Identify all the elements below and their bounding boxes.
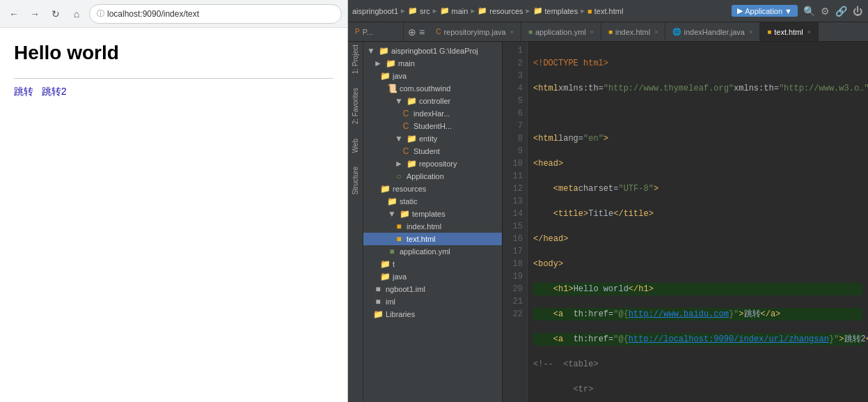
sep2: ► (432, 7, 439, 15)
line-num-10: 10 (507, 157, 523, 170)
tree-package[interactable]: 📜 com.southwind (363, 82, 502, 95)
tree-application-yml[interactable]: ■ application.yml (363, 245, 502, 258)
side-project-label[interactable]: 1: Project (352, 45, 359, 74)
refresh-button[interactable]: ↻ (47, 6, 64, 22)
breadcrumb-src[interactable]: 📁 src (408, 6, 430, 15)
ide-topbar: aispringboot1 ► 📁 src ► 📁 main ► 📁 resou… (348, 0, 868, 22)
breadcrumb-resources[interactable]: 📁 resources (478, 6, 523, 15)
arrow-entity: ▼ (394, 134, 404, 144)
tree-t[interactable]: 📁 t (363, 258, 502, 270)
link-jump1[interactable]: 跳转 (14, 86, 33, 97)
line-num-7: 7 (507, 120, 523, 132)
settings-icon[interactable]: ⚙ (819, 4, 831, 18)
tree-templates[interactable]: ▼ 📁 templates (363, 208, 502, 220)
run-button[interactable]: ▶ Application ▼ (732, 5, 798, 17)
code-editor[interactable]: 1 2 3 4 5 6 7 8 9 10 11 12 13 14 15 16 1 (503, 42, 868, 402)
tab-text-html-close[interactable]: × (807, 29, 811, 36)
code-line-14: <tr> (533, 383, 862, 396)
line-num-16: 16 (507, 233, 523, 245)
java-student-icon: C (401, 146, 411, 156)
code-line-11: <a th:href="@{http://www.baidu.com}">跳转<… (533, 308, 862, 320)
line-num-14: 14 (507, 208, 523, 220)
html-text-icon: ■ (394, 234, 404, 244)
tree-controller[interactable]: ▼ 📁 controller (363, 95, 502, 107)
power-icon[interactable]: ⏻ (851, 4, 864, 18)
code-line-10: <h1>Hello world</h1> (533, 283, 862, 295)
address-input[interactable] (107, 9, 334, 19)
tab-application-yml[interactable]: ■ application.yml × (521, 22, 601, 41)
breadcrumb-file[interactable]: ■ text.html (587, 7, 623, 15)
tab-repositoryimp[interactable]: C repositoryimp.java × (429, 22, 521, 41)
side-structure-label[interactable]: Structure (352, 167, 359, 195)
page-heading: Hello world (14, 42, 333, 64)
run-icon: ▶ (737, 6, 743, 15)
ide-body: 1: Project 2: Favorites Web Structure ▼ … (348, 42, 868, 402)
tree-index-html[interactable]: ■ index.html (363, 220, 502, 233)
forward-button[interactable]: → (26, 6, 43, 22)
line-num-15: 15 (507, 220, 523, 233)
share-icon[interactable]: 🔗 (834, 4, 849, 18)
tree-iml[interactable]: ■ ngboot1.iml (363, 283, 502, 295)
breadcrumb-main[interactable]: 📁 main (440, 6, 468, 15)
code-line-7: <title>Title</title> (533, 208, 862, 220)
tab-text-html-icon: ■ (767, 28, 771, 36)
tree-java[interactable]: 📁 java (363, 70, 502, 82)
folder-entity-icon: 📁 (407, 134, 416, 144)
project-tree: ▼ 📁 aispringboot1 G:\IdeaProj ► 📁 main 📁… (363, 42, 503, 402)
code-line-1: <!DOCTYPE html> (533, 57, 862, 70)
tree-entity[interactable]: ▼ 📁 entity (363, 132, 502, 145)
tree-static[interactable]: 📁 static (363, 195, 502, 208)
breadcrumb-templates[interactable]: 📁 templates (533, 6, 578, 15)
tab-indexhandler-close[interactable]: × (749, 29, 752, 36)
tree-package-label: com.southwind (400, 84, 499, 93)
ide-icons: 🔍 ⚙ 🔗 ⏻ (802, 4, 864, 18)
tab-index-html[interactable]: ■ index.html × (601, 22, 665, 41)
arrow-main: ► (373, 59, 383, 68)
line-num-13: 13 (507, 195, 523, 208)
link-jump2[interactable]: 跳转2 (42, 86, 67, 97)
tree-application-label: Application (407, 172, 499, 180)
browser-panel: ← → ↻ ⌂ ⓘ Hello world 跳转 跳转2 (0, 0, 348, 402)
code-content[interactable]: <!DOCTYPE html> <html xmlns:th="http://w… (528, 42, 868, 402)
code-line-13: <!-- <table> (533, 358, 862, 371)
side-favorites-label[interactable]: 2: Favorites (352, 88, 359, 124)
tab-project[interactable]: P P... (348, 22, 404, 41)
tab-text-html[interactable]: ■ text.html × (760, 22, 819, 41)
tab-repositoryimp-close[interactable]: × (510, 29, 514, 36)
tab-project-label: P... (363, 28, 373, 36)
home-button[interactable]: ⌂ (68, 6, 85, 22)
line-num-22: 22 (507, 308, 523, 320)
xml-iml2-icon: ■ (373, 297, 383, 307)
code-line-2: <html xmlns:th="http://www.thymeleaf.org… (533, 82, 862, 95)
back-button[interactable]: ← (6, 6, 22, 22)
tab-indexhandler[interactable]: 🌐 indexHandler.java × (665, 22, 760, 41)
tree-indexhandler[interactable]: C indexHar... (363, 107, 502, 120)
tree-studenth[interactable]: C StudentH... (363, 120, 502, 132)
side-web-label[interactable]: Web (352, 139, 359, 153)
tree-application[interactable]: ○ Application (363, 170, 502, 183)
tree-java2[interactable]: 📁 java (363, 270, 502, 283)
project-name[interactable]: aispringboot1 (352, 7, 398, 15)
tree-root[interactable]: ▼ 📁 aispringboot1 G:\IdeaProj (363, 45, 502, 57)
search-icon[interactable]: 🔍 (802, 4, 816, 18)
java-indexhandler-icon: C (401, 109, 411, 118)
code-line-8: </head> (533, 233, 862, 245)
tab-yml-close[interactable]: × (590, 29, 594, 36)
tree-iml2[interactable]: ■ iml (363, 295, 502, 308)
split-icon[interactable]: ≡ (419, 26, 425, 38)
code-line-6: <meta charset="UTF-8"> (533, 183, 862, 195)
tab-index-html-close[interactable]: × (654, 29, 658, 36)
tree-repository[interactable]: ► 📁 repoository (363, 157, 502, 170)
tree-java-label: java (393, 72, 499, 80)
tree-main[interactable]: ► 📁 main (363, 57, 502, 70)
ide-breadcrumb: aispringboot1 ► 📁 src ► 📁 main ► 📁 resou… (352, 6, 729, 15)
tab-yml-icon: ■ (528, 28, 532, 36)
tree-libraries[interactable]: 📁 Libraries (363, 308, 502, 320)
plus-icon[interactable]: ⊕ (408, 26, 416, 38)
side-labels: 1: Project 2: Favorites Web Structure (348, 42, 363, 402)
tree-student[interactable]: C Student (363, 145, 502, 157)
tree-text-html[interactable]: ■ text.html (363, 233, 502, 245)
tree-t-label: t (393, 260, 499, 268)
folder-icon-resources: 📁 (478, 6, 487, 15)
tree-resources[interactable]: 📁 resources (363, 183, 502, 195)
